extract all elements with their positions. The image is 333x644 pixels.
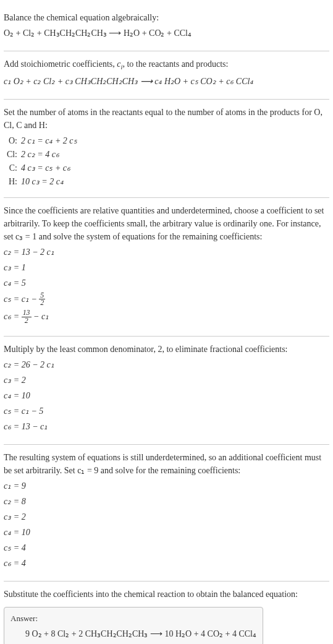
- arbitrary-text: Since the coefficients are relative quan…: [4, 204, 329, 243]
- section-arbitrary-coef: Since the coefficients are relative quan…: [4, 198, 329, 337]
- atom-row-o: O: 2 c₁ = c₄ + 2 c₅: [4, 134, 329, 147]
- atom-eq-c: 4 c₃ = c₅ + c₆: [21, 161, 70, 174]
- lcd-c6: c₆ = 13 − c₁: [4, 420, 329, 433]
- c2-line: c₂ = 13 − 2 c₁: [4, 246, 329, 259]
- section-balance-intro: Balance the chemical equation algebraica…: [4, 5, 329, 51]
- section-set-c1: The resulting system of equations is sti…: [4, 445, 329, 582]
- final-c6: c₆ = 4: [4, 557, 329, 570]
- lcd-text: Multiply by the least common denominator…: [4, 343, 329, 356]
- atom-eq-cl: 2 c₂ = 4 c₆: [21, 148, 59, 161]
- c5-den: 2: [39, 299, 45, 307]
- atom-eq-o: 2 c₁ = c₄ + 2 c₅: [21, 134, 77, 147]
- final-c2: c₂ = 8: [4, 495, 329, 508]
- c5-line: c₅ = c₁ − 52: [4, 292, 329, 307]
- answer-label: Answer:: [11, 612, 256, 625]
- section-answer: Substitute the coefficients into the che…: [4, 582, 329, 644]
- coef-text-part2: , to the reactants and products:: [122, 59, 228, 69]
- c6-post: − c₁: [32, 312, 49, 321]
- c6-den: 2: [22, 317, 32, 325]
- lcd-c3: c₃ = 2: [4, 374, 329, 387]
- atom-row-h: H: 10 c₃ = 2 c₄: [4, 175, 329, 188]
- lcd-c4: c₄ = 10: [4, 389, 329, 402]
- section-add-coefficients: Add stoichiometric coefficients, ci, to …: [4, 51, 329, 100]
- c3-line: c₃ = 1: [4, 261, 329, 274]
- answer-box: Answer: 9 O₂ + 8 Cl₂ + 2 CH₃CH₂CH₂CH₃ ⟶ …: [4, 607, 263, 644]
- c6-pre: c₆ =: [4, 312, 22, 321]
- atom-text: Set the number of atoms in the reactants…: [4, 106, 329, 132]
- atom-label-c: C:: [4, 161, 21, 174]
- atom-label-h: H:: [4, 175, 21, 188]
- intro-text: Balance the chemical equation algebraica…: [4, 11, 329, 24]
- setc1-text: The resulting system of equations is sti…: [4, 451, 329, 477]
- lcd-c2: c₂ = 26 − 2 c₁: [4, 358, 329, 371]
- atom-row-cl: Cl: 2 c₂ = 4 c₆: [4, 148, 329, 161]
- section-multiply-lcd: Multiply by the least common denominator…: [4, 337, 329, 445]
- lcd-c5: c₅ = c₁ − 5: [4, 405, 329, 418]
- final-c4: c₄ = 10: [4, 526, 329, 539]
- atom-label-o: O:: [4, 134, 21, 147]
- substitute-text: Substitute the coefficients into the che…: [4, 588, 329, 601]
- final-c3: c₃ = 2: [4, 510, 329, 523]
- c4-line: c₄ = 5: [4, 277, 329, 290]
- coef-text: Add stoichiometric coefficients, ci, to …: [4, 58, 329, 72]
- coef-text-part1: Add stoichiometric coefficients,: [4, 59, 117, 69]
- original-equation: O₂ + Cl₂ + CH₃CH₂CH₂CH₃ ⟶ H₂O + CO₂ + CC…: [4, 27, 329, 40]
- c6-line: c₆ = 132 − c₁: [4, 309, 329, 325]
- atom-eq-h: 10 c₃ = 2 c₄: [21, 175, 64, 188]
- section-atom-balance: Set the number of atoms in the reactants…: [4, 100, 329, 198]
- c5-pre: c₅ = c₁ −: [4, 294, 39, 303]
- balanced-equation: 9 O₂ + 8 Cl₂ + 2 CH₃CH₂CH₂CH₃ ⟶ 10 H₂O +…: [11, 627, 256, 640]
- atom-row-c: C: 4 c₃ = c₅ + c₆: [4, 161, 329, 174]
- final-c5: c₅ = 4: [4, 541, 329, 554]
- atom-label-cl: Cl:: [4, 148, 21, 161]
- coef-equation: c₁ O₂ + c₂ Cl₂ + c₃ CH₃CH₂CH₂CH₃ ⟶ c₄ H₂…: [4, 75, 329, 88]
- c6-frac: 132: [22, 309, 32, 325]
- c5-frac: 52: [39, 292, 45, 307]
- final-c1: c₁ = 9: [4, 479, 329, 492]
